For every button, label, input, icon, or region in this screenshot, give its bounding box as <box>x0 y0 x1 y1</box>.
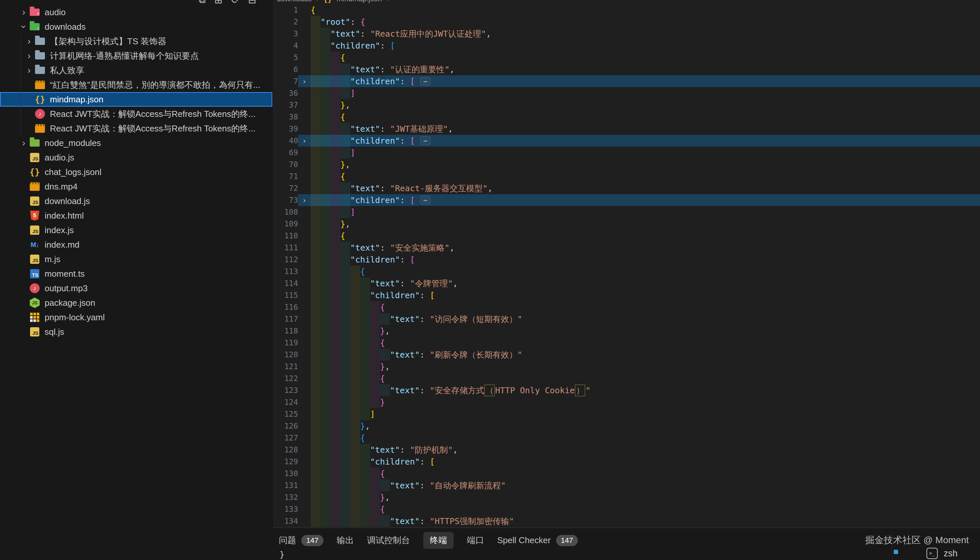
code-line-40[interactable]: 40›"children": [⋯ <box>273 135 980 147</box>
code-line-116[interactable]: 116{ <box>273 301 980 313</box>
tree-folder-1[interactable]: ›↓downloads <box>0 20 272 34</box>
fold-chevron-icon[interactable]: › <box>298 196 311 204</box>
panel-tab-0[interactable]: 问题147 <box>279 535 324 546</box>
folded-region-badge[interactable]: ⋯ <box>420 137 431 145</box>
panel-tab-2[interactable]: 调试控制台 <box>367 535 410 546</box>
breadcrumb-item-2[interactable]: ⋯ <box>394 0 401 3</box>
code-line-2[interactable]: 2"root": { <box>273 16 980 28</box>
code-line-37[interactable]: 37}, <box>273 99 980 111</box>
code-line-128[interactable]: 128"text": "防护机制", <box>273 444 980 456</box>
code-line-108[interactable]: 108] <box>273 206 980 218</box>
code-line-109[interactable]: 109}, <box>273 218 980 230</box>
code-line-3[interactable]: 3"text": "React应用中的JWT认证处理", <box>273 28 980 40</box>
tree-file-5[interactable]: “紅白雙煞”是民間禁忌，別的導演都不敢拍，為何只有... <box>0 78 272 92</box>
indent-guide <box>370 372 380 384</box>
panel-tab-1[interactable]: 输出 <box>337 535 354 546</box>
code-line-4[interactable]: 4"children": [ <box>273 40 980 52</box>
code-line-1[interactable]: 1{ <box>273 4 980 16</box>
code-line-119[interactable]: 119{ <box>273 337 980 349</box>
code-line-6[interactable]: 6"text": "认证的重要性", <box>273 63 980 75</box>
code-line-36[interactable]: 36] <box>273 87 980 99</box>
code-line-134[interactable]: 134"text": "HTTPS强制加密传输" <box>273 515 980 527</box>
code-area[interactable]: 1{2"root": {3"text": "React应用中的JWT认证处理",… <box>273 4 980 527</box>
tree-file-19[interactable]: ♪output.mp3 <box>0 281 272 295</box>
code-line-117[interactable]: 117"text": "访问令牌（短期有效）" <box>273 313 980 325</box>
code-line-72[interactable]: 72"text": "React-服务器交互模型", <box>273 182 980 194</box>
code-line-118[interactable]: 118}, <box>273 325 980 337</box>
code-line-5[interactable]: 5{ <box>273 52 980 63</box>
code-line-70[interactable]: 70}, <box>273 158 980 170</box>
terminal-instance-zsh[interactable]: >_ zsh <box>927 548 958 559</box>
code-line-39[interactable]: 39"text": "JWT基础原理", <box>273 123 980 135</box>
code-line-7[interactable]: 7›"children": [⋯ <box>273 75 980 87</box>
panel-tab-3[interactable]: 终端 <box>423 532 454 549</box>
tree-folder-2[interactable]: ›【架构与设计模式】TS 装饰器 <box>0 34 272 48</box>
chevron-right-icon[interactable]: › <box>18 7 29 18</box>
tree-file-11[interactable]: {}chat_logs.jsonl <box>0 165 272 179</box>
code-line-111[interactable]: 111"text": "安全实施策略", <box>273 242 980 253</box>
code-line-123[interactable]: 123"text": "安全存储方式（HTTP Only Cookie）" <box>273 384 980 396</box>
breadcrumb-item-0[interactable]: downloads <box>277 0 312 3</box>
code-line-115[interactable]: 115"children": [ <box>273 289 980 301</box>
new-folder-icon[interactable]: ⊞ <box>214 0 223 5</box>
tree-file-14[interactable]: 5index.html <box>0 208 272 223</box>
panel-tab-4[interactable]: 端口 <box>467 535 484 546</box>
token: "React-服务器交互模型" <box>390 183 487 194</box>
tree-file-15[interactable]: JSindex.js <box>0 223 272 237</box>
token: : <box>420 290 430 300</box>
code-line-113[interactable]: 113{ <box>273 265 980 277</box>
code-line-110[interactable]: 110{ <box>273 230 980 242</box>
code-line-133[interactable]: 133{ <box>273 503 980 515</box>
code-line-125[interactable]: 125] <box>273 408 980 420</box>
tree-folder-4[interactable]: ›私人致享 <box>0 63 272 78</box>
folded-region-badge[interactable]: ⋯ <box>420 196 431 204</box>
indent-guide <box>331 468 340 480</box>
code-line-127[interactable]: 127{ <box>273 432 980 444</box>
tree-file-10[interactable]: JSaudio.js <box>0 150 272 165</box>
tree-file-18[interactable]: TSmoment.ts <box>0 267 272 281</box>
code-line-124[interactable]: 124} <box>273 396 980 408</box>
breadcrumb-item-1[interactable]: mindmap.json <box>337 0 382 3</box>
code-line-73[interactable]: 73›"children": [⋯ <box>273 194 980 206</box>
code-line-120[interactable]: 120"text": "刷新令牌（长期有效）" <box>273 349 980 360</box>
tree-file-13[interactable]: JSdownload.js <box>0 194 272 208</box>
tree-file-8[interactable]: React JWT实战：解锁Access与Refresh Tokens的终... <box>0 121 272 136</box>
tree-folder-0[interactable]: ›♪audio <box>0 5 272 20</box>
tree-file-21[interactable]: pnpm-lock.yaml <box>0 310 272 325</box>
collapse-all-icon[interactable]: ⊟ <box>248 0 256 5</box>
fold-chevron-icon[interactable]: › <box>298 137 311 145</box>
code-line-131[interactable]: 131"text": "自动令牌刷新流程" <box>273 480 980 491</box>
code-line-112[interactable]: 112"children": [ <box>273 253 980 265</box>
tree-file-6[interactable]: {}mindmap.json <box>0 92 272 107</box>
code-line-129[interactable]: 129"children": [ <box>273 456 980 468</box>
new-file-icon[interactable]: ⧉ <box>199 0 205 5</box>
tree-file-17[interactable]: JSm.js <box>0 252 272 267</box>
refresh-icon[interactable]: ⟳ <box>231 0 240 5</box>
tree-file-16[interactable]: M↓index.md <box>0 237 272 252</box>
code-line-121[interactable]: 121}, <box>273 360 980 372</box>
chevron-right-icon[interactable]: › <box>24 50 34 61</box>
code-line-132[interactable]: 132}, <box>273 491 980 503</box>
code-line-130[interactable]: 130{ <box>273 468 980 480</box>
chevron-down-icon[interactable]: › <box>18 22 29 32</box>
code-line-122[interactable]: 122{ <box>273 372 980 384</box>
tree-folder-3[interactable]: ›计算机网络-通熟易懂讲解每个知识要点 <box>0 48 272 63</box>
code-line-114[interactable]: 114"text": "令牌管理", <box>273 277 980 289</box>
code-line-38[interactable]: 38{ <box>273 111 980 123</box>
code-line-69[interactable]: 69] <box>273 147 980 158</box>
panel-tab-5[interactable]: Spell Checker147 <box>497 535 578 546</box>
chevron-right-icon[interactable]: › <box>24 65 34 76</box>
breadcrumb[interactable]: downloads›{}mindmap.json›⋯ <box>273 0 980 4</box>
tree-file-12[interactable]: dns.mp4 <box>0 179 272 194</box>
tree-file-20[interactable]: JSpackage.json <box>0 295 272 310</box>
tree-file-22[interactable]: JSsql.js <box>0 325 272 339</box>
chevron-right-icon[interactable]: › <box>18 138 29 148</box>
fold-chevron-icon[interactable]: › <box>298 77 311 85</box>
code-line-126[interactable]: 126}, <box>273 420 980 432</box>
folded-region-badge[interactable]: ⋯ <box>420 77 431 85</box>
tree-file-7[interactable]: ♪React JWT实战：解锁Access与Refresh Tokens的终..… <box>0 107 272 121</box>
tree-folder-9[interactable]: ›node_modules <box>0 136 272 150</box>
code-line-71[interactable]: 71{ <box>273 170 980 182</box>
chevron-right-icon[interactable]: › <box>24 36 34 47</box>
folder-icon <box>34 36 46 47</box>
